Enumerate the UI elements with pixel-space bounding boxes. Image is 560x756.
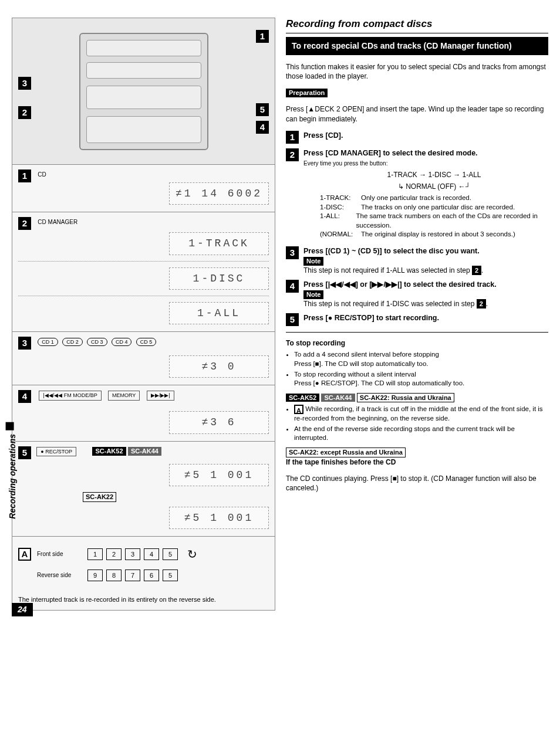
reverse-side-label: Reverse side xyxy=(37,571,78,579)
seq-cell: 5 xyxy=(163,569,178,581)
mode-desc: Only one particular track is recorded. xyxy=(361,194,471,203)
section-title: Recording from compact discs xyxy=(286,18,548,33)
left-step-4: 4 |◀◀/◀◀ FM MODE/BP MEMORY ▶▶/▶▶| ≠3 6 xyxy=(12,385,275,441)
step-1: 1 Press [CD]. xyxy=(286,131,548,144)
seq-cell: 6 xyxy=(144,569,159,581)
step-ref-badge: 2 xyxy=(477,299,486,308)
seq-cell: 1 xyxy=(87,548,103,560)
mode-key: (NORMAL: xyxy=(320,230,361,239)
model-bullet: A While recording, if a track is cut off… xyxy=(294,405,548,423)
step-badge: 2 xyxy=(18,217,31,230)
diagram-caption: The interrupted track is re-recorded in … xyxy=(18,595,269,604)
seq-cell: 8 xyxy=(106,569,122,581)
model-tag-box: SC-AK22: except Russia and Ukraina xyxy=(286,448,406,457)
tape-finish-heading: If the tape finishes before the CD xyxy=(286,458,396,466)
step-4: 4 Press [|◀◀/◀◀] or [▶▶/▶▶|] to select t… xyxy=(286,280,548,308)
model-bullet: At the end of the reverse side recording… xyxy=(294,425,548,443)
cd-select-button: CD 3 xyxy=(87,338,107,346)
section-subtitle: To record special CDs and tracks (CD Man… xyxy=(286,37,548,55)
right-text-column: Recording from compact discs To record s… xyxy=(286,18,548,611)
lcd-display: ≠3 0 xyxy=(169,355,269,378)
front-side-label: Front side xyxy=(37,550,78,558)
left-step-1: 1 CD ≠1 14 6002 xyxy=(12,165,275,212)
seq-cell: 4 xyxy=(144,548,159,560)
cd-select-button: CD 5 xyxy=(136,338,157,346)
model-tag: SC-AK52 xyxy=(286,394,319,402)
mode-flow-top: 1-TRACK → 1-DISC → 1-ALL xyxy=(320,170,548,179)
model-tag: SC-AK44 xyxy=(321,394,355,402)
cd-select-button: CD 2 xyxy=(62,338,83,346)
mode-flow-bottom: ↳ NORMAL (OFF) ←┘ xyxy=(320,182,548,191)
seq-cell: 5 xyxy=(163,548,178,560)
left-step-5: 5 ● REC/STOP SC-AK52 SC-AK44 ≠5 1 001 SC… xyxy=(12,442,275,537)
step-badge: 5 xyxy=(18,446,31,459)
mode-key: 1-ALL: xyxy=(320,212,356,230)
seq-cell: 2 xyxy=(106,548,122,560)
marker-3: 3 xyxy=(18,77,31,90)
lcd-display: ≠5 1 001 xyxy=(169,464,269,486)
step-badge: 4 xyxy=(18,390,31,403)
step-3: 3 Press [(CD 1) ~ (CD 5)] to select the … xyxy=(286,246,548,275)
step-badge: 3 xyxy=(286,246,299,259)
lcd-display: ≠1 14 6002 xyxy=(169,182,269,205)
seq-cell: 9 xyxy=(87,569,103,581)
badge-a-icon: A xyxy=(294,405,303,414)
step-subtext: Every time you press the button: xyxy=(303,160,387,167)
mode-desc: The original display is restored in abou… xyxy=(361,230,515,239)
note-label: Note xyxy=(303,257,323,266)
stop-bullet: To stop recording without a silent inter… xyxy=(294,370,548,388)
cd-select-button: CD 1 xyxy=(38,338,58,346)
preparation-label: Preparation xyxy=(286,89,328,97)
mode-key: 1-TRACK: xyxy=(320,194,361,203)
mode-key: 1-DISC: xyxy=(320,203,361,212)
tape-finish-text: The CD continues playing. Press [■] to s… xyxy=(286,474,548,493)
marker-1: 1 xyxy=(256,30,269,43)
note-label: Note xyxy=(303,290,323,299)
step-5: 5 Press [● REC/STOP] to start recording. xyxy=(286,313,548,326)
step-ref-badge: 2 xyxy=(472,266,481,275)
step-badge: 2 xyxy=(286,148,299,161)
step-badge: 3 xyxy=(18,337,31,350)
note-text: This step is not required if 1-ALL was s… xyxy=(303,266,470,274)
step-badge: 5 xyxy=(286,313,299,326)
diagram-letter-badge: A xyxy=(18,548,31,561)
note-text: This step is not required if 1-DISC was … xyxy=(303,300,474,308)
step-badge: 1 xyxy=(18,169,31,182)
left-illustration-column: 1 2 3 4 5 1 CD ≠1 14 6002 2 CD MANAGER 1… xyxy=(12,18,275,611)
cd-manager-label: CD MANAGER xyxy=(38,219,77,225)
step-heading: Press [● REC/STOP] to start recording. xyxy=(303,314,439,322)
mode-desc: The same track numbers on each of the CD… xyxy=(356,212,548,230)
stop-heading: To stop recording xyxy=(286,339,345,347)
cd-select-button: CD 4 xyxy=(112,338,132,346)
lcd-display: 1-DISC xyxy=(169,267,269,290)
lcd-display: 1-ALL xyxy=(169,302,269,324)
model-tag: SC-AK44 xyxy=(128,447,161,456)
cd-button-label: CD xyxy=(38,171,46,178)
step-badge: 4 xyxy=(286,280,299,293)
next-track-button: ▶▶/▶▶| xyxy=(147,391,174,400)
page-number: 24 xyxy=(12,603,33,616)
stop-bullet: To add a 4 second silent interval before… xyxy=(294,350,548,368)
left-step-2: 2 CD MANAGER 1-TRACK 1-DISC 1-ALL xyxy=(12,212,275,332)
preparation-text: Press [▲DECK 2 OPEN] and insert the tape… xyxy=(286,104,548,123)
memory-button: MEMORY xyxy=(108,391,140,400)
marker-2: 2 xyxy=(18,106,31,119)
step-badge: 1 xyxy=(286,131,299,144)
rec-stop-button: ● REC/STOP xyxy=(36,447,76,456)
marker-5: 5 xyxy=(256,103,269,116)
prev-track-button: |◀◀/◀◀ FM MODE/BP xyxy=(39,391,101,400)
model-tag: SC-AK52 xyxy=(92,447,126,456)
lcd-display: 1-TRACK xyxy=(169,232,269,255)
step-heading: Press [CD MANAGER] to select the desired… xyxy=(303,149,478,157)
diagram-box-a: A Front side 1 2 3 4 5 ↻ Reverse side 9 … xyxy=(12,537,275,610)
lcd-display: ≠5 1 001 xyxy=(169,507,269,529)
step-text: Press [CD]. xyxy=(303,131,343,140)
step-2: 2 Press [CD MANAGER] to select the desir… xyxy=(286,148,548,242)
left-step-3: 3 CD 1 CD 2 CD 3 CD 4 CD 5 ≠3 0 xyxy=(12,332,275,385)
model-tag-box: SC-AK22: Russia and Ukraina xyxy=(357,393,454,403)
mode-desc: The tracks on only one particular disc a… xyxy=(361,203,515,212)
step-heading: Press [(CD 1) ~ (CD 5)] to select the di… xyxy=(303,247,480,255)
loop-arrow-icon: ↻ xyxy=(187,547,197,562)
seq-cell: 3 xyxy=(125,548,140,560)
stereo-illustration: 1 2 3 4 5 xyxy=(12,18,275,165)
